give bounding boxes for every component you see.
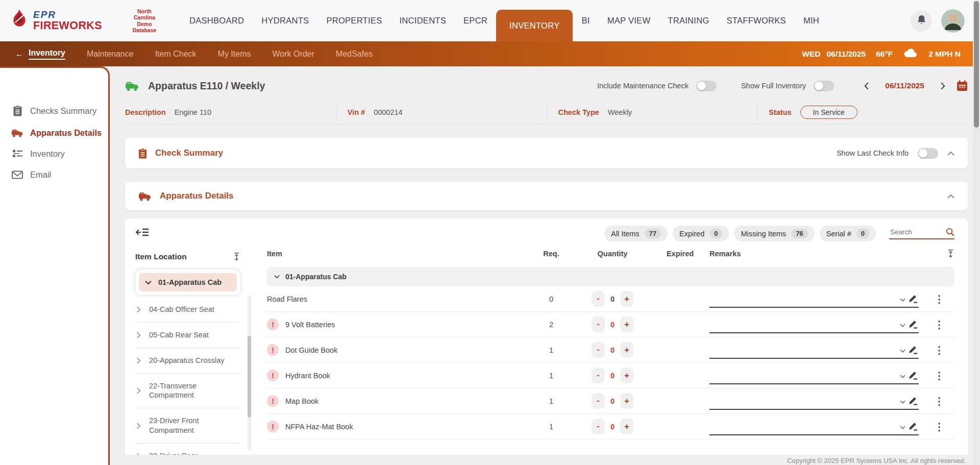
row-menu-button[interactable]: ⋮ [924, 344, 954, 356]
chevron-down-icon[interactable] [900, 397, 905, 406]
row-menu-button[interactable]: ⋮ [924, 395, 954, 407]
sub-nav-medsafes[interactable]: MedSafes [336, 50, 373, 59]
notifications-bell-button[interactable] [911, 10, 932, 32]
col-expired: Expired [651, 250, 709, 258]
increase-quantity-button[interactable]: + [620, 291, 633, 307]
increase-quantity-button[interactable]: + [620, 393, 633, 409]
filter-expired[interactable]: Expired0 [673, 226, 729, 241]
top-nav-incidents[interactable]: INCIDENTS [390, 0, 455, 41]
top-nav-mih[interactable]: MIH [795, 0, 828, 41]
quantity-cell: -0+ [574, 316, 651, 332]
top-nav-epcr[interactable]: EPCR [455, 0, 496, 41]
user-avatar[interactable] [941, 9, 965, 33]
row-menu-button[interactable]: ⋮ [924, 319, 954, 331]
sidebar-item-apparatus-details[interactable]: Apparatus Details [0, 122, 108, 143]
row-menu-button[interactable]: ⋮ [924, 370, 954, 382]
row-menu-button[interactable]: ⋮ [924, 293, 954, 305]
chevron-down-icon[interactable] [900, 346, 905, 355]
edit-pencil-icon[interactable] [908, 370, 919, 382]
calendar-icon[interactable] [957, 80, 968, 91]
location-item-23-driver-front-compartment[interactable]: 23-Driver Front Compartment [135, 408, 240, 444]
sub-nav-work-order[interactable]: Work Order [272, 50, 314, 59]
edit-pencil-icon[interactable] [908, 293, 919, 306]
sidebar-item-inventory[interactable]: Inventory [0, 143, 108, 164]
table-row: !NFPA Haz-Mat Book1-0+⋮ [267, 414, 954, 439]
edit-pencil-icon[interactable] [908, 395, 919, 408]
check-summary-title: Check Summary [155, 148, 223, 158]
row-menu-button[interactable]: ⋮ [924, 421, 954, 433]
increase-quantity-button[interactable]: + [620, 316, 633, 332]
top-nav-bi[interactable]: BI [573, 0, 598, 41]
remark-field[interactable] [709, 293, 900, 306]
sidebar-item-email[interactable]: Email [0, 164, 108, 185]
sidebar-item-checks-summary[interactable]: Checks Summary [0, 100, 108, 122]
search-input[interactable] [889, 228, 942, 236]
location-item-20-apparatus-crosslay[interactable]: 20-Apparatus Crosslay [135, 348, 240, 374]
remark-field[interactable] [709, 319, 900, 331]
chevron-down-icon[interactable] [900, 320, 905, 329]
remark-field[interactable] [709, 370, 900, 382]
chevron-down-icon[interactable] [900, 371, 905, 380]
top-nav-hydrants[interactable]: HYDRANTS [253, 0, 317, 41]
sub-nav-maintenance[interactable]: Maintenance [87, 50, 134, 59]
decrease-quantity-button[interactable]: - [592, 393, 605, 409]
decrease-quantity-button[interactable]: - [592, 342, 605, 358]
remarks-cell [709, 316, 919, 333]
collapse-apparatus-details-icon[interactable] [947, 194, 954, 199]
top-nav-staffworks[interactable]: STAFFWORKS [718, 0, 795, 41]
top-nav-inventory[interactable]: INVENTORY [496, 10, 573, 41]
check-date[interactable]: 06/11/2025 [885, 81, 924, 90]
location-item-32-driver-rear[interactable]: 32-Driver Rear [135, 444, 240, 455]
chevron-down-icon[interactable] [900, 422, 905, 431]
flame-logo-icon [10, 9, 29, 33]
sub-nav-item-check[interactable]: Item Check [155, 50, 197, 59]
next-date-button[interactable] [937, 82, 949, 90]
expand-table-icon[interactable] [924, 249, 954, 258]
req-value: 1 [528, 372, 574, 380]
top-nav-properties[interactable]: PROPERTIES [317, 0, 390, 41]
current-date: WED06/11/2025 [802, 50, 866, 59]
chevron-down-icon[interactable] [900, 295, 905, 304]
edit-pencil-icon[interactable] [908, 344, 919, 357]
collapse-check-summary-icon[interactable] [947, 151, 954, 156]
remark-field[interactable] [709, 345, 900, 357]
page-scrollbar-thumb[interactable] [974, 1, 979, 128]
expand-locations-icon[interactable] [233, 252, 240, 261]
checklist-icon [11, 149, 23, 159]
edit-pencil-icon[interactable] [908, 319, 919, 331]
sub-nav-my-items[interactable]: My Items [218, 50, 251, 59]
locations-scrollbar-thumb[interactable] [248, 336, 251, 418]
decrease-quantity-button[interactable]: - [592, 368, 605, 383]
remark-field[interactable] [709, 396, 900, 408]
quantity-value: 0 [610, 397, 615, 405]
prev-date-button[interactable] [861, 82, 872, 90]
location-item-22-transverse-compartment[interactable]: 22-Transverse Compartment [135, 374, 240, 409]
filter-all-items[interactable]: All Items77 [604, 226, 668, 241]
remark-field[interactable] [709, 421, 900, 433]
increase-quantity-button[interactable]: + [620, 342, 633, 358]
group-row-apparatus-cab[interactable]: 01-Apparatus Cab [267, 267, 954, 286]
location-item-01-apparatus-cab-selected[interactable]: 01-Apparatus Cab [135, 270, 240, 295]
sub-nav-back-inventory[interactable]: ← Inventory [15, 48, 65, 60]
show-full-inventory-toggle[interactable] [814, 81, 834, 91]
location-item-04-cab-officer-seat[interactable]: 04-Cab Officer Seat [135, 297, 240, 323]
top-nav-training[interactable]: TRAINING [659, 0, 718, 41]
decrease-quantity-button[interactable]: - [592, 291, 605, 307]
edit-pencil-icon[interactable] [908, 421, 919, 433]
search-icon[interactable] [946, 228, 954, 236]
increase-quantity-button[interactable]: + [620, 419, 633, 434]
collapse-locations-icon[interactable] [135, 228, 150, 237]
quantity-cell: -0+ [574, 419, 651, 434]
decrease-quantity-button[interactable]: - [592, 316, 605, 332]
decrease-quantity-button[interactable]: - [592, 419, 605, 434]
location-item-05-cab-rear-seat[interactable]: 05-Cab Rear Seat [135, 323, 240, 348]
include-maintenance-toggle[interactable] [696, 81, 717, 91]
increase-quantity-button[interactable]: + [620, 368, 633, 383]
filter-label: Serial # [826, 230, 851, 238]
filter-serial[interactable]: Serial #0 [820, 226, 876, 241]
top-nav-map-view[interactable]: MAP VIEW [599, 0, 659, 41]
show-last-check-toggle[interactable] [918, 148, 938, 159]
status-badge[interactable]: In Service [800, 106, 857, 119]
filter-missing-items[interactable]: Missing Items76 [734, 226, 814, 241]
top-nav-dashboard[interactable]: DASHBOARD [181, 0, 253, 41]
